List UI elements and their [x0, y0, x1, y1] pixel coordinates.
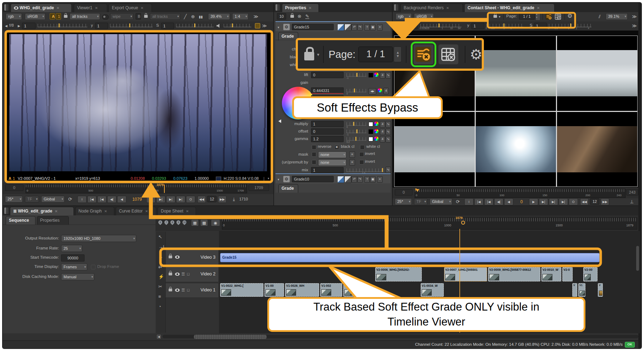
range-select[interactable]: Global	[41, 196, 65, 203]
timeline-clip[interactable]: V1-00	[264, 283, 284, 297]
multi-value-button[interactable]: 4	[380, 72, 385, 79]
curve-button[interactable]: ∿	[386, 136, 391, 142]
panel-grip-icon[interactable]	[275, 4, 280, 11]
close-icon[interactable]: ✕	[95, 6, 98, 10]
playhead-knob[interactable]	[461, 221, 465, 225]
skip-end-button[interactable]: ▶|	[176, 196, 185, 203]
tool-slip-icon[interactable]: ↔	[158, 254, 163, 259]
curve-button[interactable]: ∿	[386, 72, 391, 79]
mark-in-button[interactable]: I	[77, 196, 87, 203]
page-field[interactable]: 1 / 1	[519, 13, 535, 20]
zoom-select[interactable]: 39.4%	[208, 13, 230, 20]
in-frame-box[interactable]: 0	[5, 184, 23, 191]
tab-grade[interactable]: Grade	[278, 184, 298, 193]
proxy-select[interactable]: 1:4	[232, 13, 249, 20]
help-button[interactable]: ?	[364, 176, 370, 183]
chevrons-icon[interactable]: ≫	[632, 23, 637, 28]
loop-icon[interactable]: ⟳	[68, 197, 72, 201]
edit-icon[interactable]: ✎	[305, 14, 309, 19]
time-display-select[interactable]: Frames	[61, 263, 87, 270]
tool-pointer-icon[interactable]: ↖	[158, 235, 162, 239]
page-spinner[interactable]: ▴▾	[535, 13, 540, 21]
frame-rate-select[interactable]: 25	[61, 245, 82, 252]
tab-whg-edit-grade-viewer[interactable]: WHG_edit_grade✕	[11, 4, 72, 12]
lock-icon[interactable]	[493, 15, 497, 18]
timeline-clip[interactable]: V1-0026_WH	[285, 283, 319, 297]
tab-background-renders[interactable]: Background Renders✕	[400, 4, 463, 12]
lift-field[interactable]: 0	[311, 72, 344, 78]
redo-button[interactable]: ↷	[357, 24, 363, 31]
view-options-button[interactable]: ◉	[211, 219, 220, 226]
frame-ruler[interactable]: 0 500 1000 1500 1709 1079	[26, 184, 247, 193]
tool-sync-icon[interactable]: ◔	[158, 304, 161, 309]
lock-icon[interactable]	[169, 273, 172, 275]
color-wheel-icon[interactable]	[374, 136, 378, 141]
color-wheel-icon[interactable]	[374, 72, 378, 77]
viewer-image-area[interactable]	[6, 31, 271, 175]
contact-sheet-cell[interactable]	[557, 36, 637, 111]
tag-pin[interactable]: 6	[158, 220, 163, 225]
close-icon[interactable]: ✕	[55, 209, 58, 213]
roi-icon[interactable]	[255, 23, 260, 28]
channels-button[interactable]	[337, 176, 344, 183]
saturation-field[interactable]: 1	[161, 23, 174, 29]
channel-select[interactable]: rgb	[6, 13, 22, 20]
play-button[interactable]: ▶	[146, 196, 155, 203]
hscrollbar[interactable]	[163, 335, 638, 338]
tab-viewer1[interactable]: Viewer1✕	[74, 4, 107, 12]
split-values-button[interactable]: ◀▶	[369, 88, 376, 95]
next-edit-button[interactable]: ▶|	[166, 196, 175, 203]
current-frame[interactable]: 0	[516, 199, 527, 204]
eye-icon[interactable]	[175, 273, 180, 276]
wipe-mode-select[interactable]: wipe	[110, 13, 133, 20]
play-back-button[interactable]: ◀	[117, 196, 126, 203]
gamma-slider[interactable]	[346, 137, 366, 141]
lock-icon[interactable]	[169, 289, 172, 291]
range-select[interactable]: Global	[430, 198, 452, 205]
eye-icon[interactable]	[175, 289, 180, 292]
lock-icon[interactable]	[144, 15, 148, 18]
colorspace-select[interactable]: sRGB	[414, 13, 434, 20]
panel-grip-icon[interactable]	[4, 208, 9, 214]
close-node-button[interactable]: ×	[377, 176, 383, 183]
fstop-down-icon[interactable]: ◀	[5, 24, 7, 28]
chevrons-icon[interactable]: ≫	[253, 14, 258, 19]
out-frame-box[interactable]: 1709	[249, 184, 269, 191]
chevrons-icon[interactable]: ≫	[632, 14, 637, 19]
tool-razor-icon[interactable]: ✂	[158, 284, 162, 289]
step-fwd-button[interactable]: ▶|	[156, 196, 165, 203]
wipe-toggle[interactable]	[102, 15, 109, 20]
rewind-button[interactable]: ◀◀	[580, 198, 589, 205]
loop-icon[interactable]: ⟳	[456, 199, 460, 204]
playhead-marker[interactable]	[416, 189, 419, 192]
float-button[interactable]: ▣	[370, 24, 376, 31]
tab-contact-sheet[interactable]: Contact Sheet - WHG_edit_grade✕	[464, 4, 555, 12]
saturation-field[interactable]: 1	[534, 23, 547, 29]
collapse-icon[interactable]: ▾	[278, 25, 279, 30]
offset-slider[interactable]	[346, 130, 366, 133]
tab-curve-editor[interactable]: Curve Editor✕	[116, 207, 156, 215]
gain-field[interactable]: 1	[403, 23, 417, 29]
guides-icon[interactable]: ⊕	[191, 14, 195, 19]
timecode-format-select[interactable]: TF	[25, 196, 39, 203]
node-name-field[interactable]: Grade10	[292, 176, 334, 182]
mask-checkbox[interactable]	[312, 152, 316, 157]
tool-retime-icon[interactable]: ⚡	[158, 274, 164, 279]
wipe-diagonal-icon[interactable]: ⫽	[599, 14, 601, 19]
close-icon[interactable]: ✕	[537, 6, 540, 10]
skip-amount[interactable]: 12	[207, 196, 217, 202]
close-icon[interactable]: ✕	[56, 6, 59, 10]
gamma-field[interactable]: 1.2	[311, 136, 344, 142]
close-icon[interactable]: ✕	[141, 6, 143, 10]
contact-sheet-cell[interactable]	[476, 112, 556, 187]
timeline-clip[interactable]: V2-00	[583, 267, 597, 281]
timeline-clip[interactable]: V1-00	[343, 283, 363, 297]
gamma-field[interactable]: 1	[471, 23, 484, 29]
fstop-up-icon[interactable]: ▶	[18, 24, 20, 28]
lock-icon[interactable]	[169, 256, 172, 258]
mask-invert-checkbox[interactable]	[359, 152, 364, 157]
multi-value-button[interactable]: 4	[380, 136, 385, 142]
lock-icon[interactable]	[64, 15, 67, 18]
timeline-clip[interactable]: V2-0010_W	[541, 267, 561, 281]
contact-sheet-cell[interactable]	[394, 112, 475, 187]
